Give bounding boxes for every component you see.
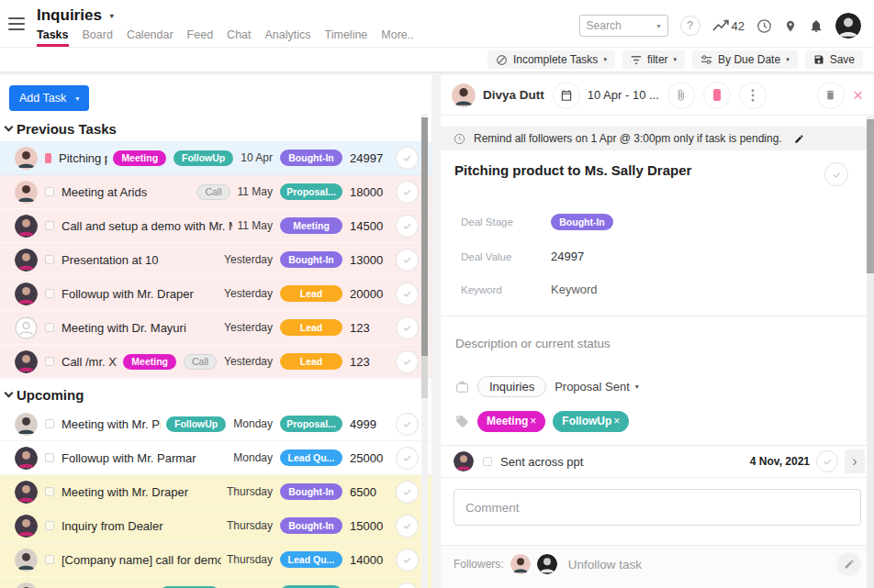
complete-task-button[interactable] (396, 215, 419, 238)
comment-input[interactable] (465, 494, 849, 521)
hamburger-menu-icon[interactable] (0, 0, 33, 48)
complete-task-button[interactable] (396, 283, 419, 305)
save-button[interactable]: Save (805, 50, 863, 69)
task-checkbox[interactable] (45, 521, 54, 530)
edit-followers-button[interactable] (837, 552, 861, 576)
complete-task-button[interactable] (396, 350, 419, 373)
keyword-value[interactable]: Keyword (551, 283, 598, 296)
more-options-button[interactable] (739, 82, 767, 109)
complete-task-button[interactable] (396, 413, 419, 436)
task-checkbox[interactable] (45, 289, 54, 298)
activity-trend-button[interactable]: 42 (712, 19, 745, 33)
task-row[interactable]: Followup with Mr. ParmarMondayLead Qu...… (0, 441, 431, 475)
remove-tag-icon[interactable]: × (530, 415, 536, 427)
due-date-range[interactable]: 10 Apr - 10 ... (588, 88, 659, 102)
follower-avatar[interactable] (537, 554, 557, 574)
task-checkbox[interactable] (45, 255, 54, 264)
complete-task-button[interactable] (396, 515, 419, 538)
sort-by-due-date-button[interactable]: By Due Date ▾ (692, 50, 798, 69)
list-scrollbar-track[interactable] (421, 114, 428, 588)
task-row[interactable]: Meeting with Mr. DraperThursdayBought-In… (0, 475, 431, 509)
tab-board[interactable]: Board (83, 28, 113, 47)
task-checkbox[interactable] (45, 323, 54, 332)
task-row[interactable]: Followup with Mr. DraperYesterdayLead200… (0, 277, 431, 311)
tab-analytics[interactable]: Analytics (265, 28, 311, 47)
help-icon[interactable]: ? (680, 16, 700, 36)
section-header[interactable]: Previous Tasks (0, 113, 431, 141)
task-row[interactable]: Pitching product to Ms. SaMeetingFollowU… (0, 141, 431, 175)
pipeline-name-chip[interactable]: Inquiries (477, 376, 546, 397)
task-row[interactable]: Call /mr. XYZMeetingCallYesterdayLead123 (0, 345, 431, 379)
search-input[interactable] (587, 19, 654, 32)
detail-scrollbar-thumb[interactable] (867, 119, 874, 273)
subtask-checkbox[interactable] (483, 457, 492, 466)
complete-task-button[interactable] (396, 181, 419, 204)
assignee-avatar[interactable] (452, 83, 476, 107)
tab-feed[interactable]: Feed (187, 28, 214, 47)
task-row[interactable]: Presentation at 10YesterdayBought-In1300… (0, 243, 431, 277)
section-header[interactable]: Upcoming (0, 379, 431, 407)
priority-flag-button[interactable] (703, 82, 731, 109)
task-checkbox[interactable] (45, 453, 54, 462)
location-pin-icon[interactable] (784, 18, 797, 34)
subtask-open-chevron[interactable]: › (845, 449, 865, 473)
complete-task-button[interactable] (396, 481, 419, 504)
task-row[interactable]: Call and setup a demo with Mr. Mukherjee… (0, 209, 431, 243)
subtask-row[interactable]: Sent across ppt 4 Nov, 2021 › (441, 445, 874, 478)
subtask-complete-button[interactable] (816, 450, 838, 472)
comment-box[interactable] (454, 489, 861, 526)
task-due-date: Monday (233, 417, 273, 430)
edit-reminder-icon[interactable] (794, 134, 804, 144)
complete-task-button[interactable] (396, 147, 419, 170)
follower-avatar[interactable] (510, 554, 531, 574)
user-avatar[interactable] (835, 13, 861, 39)
tab-calendar[interactable]: Calendar (127, 28, 174, 47)
notifications-bell-icon[interactable] (809, 18, 824, 34)
complete-task-button[interactable] (396, 316, 419, 339)
complete-task-button[interactable] (396, 549, 419, 571)
detail-tags: Meeting×FollowUp× (477, 411, 629, 432)
close-panel-icon[interactable]: × (853, 86, 863, 104)
board-title-dropdown[interactable]: Inquiries ▾ (37, 6, 414, 25)
task-row[interactable]: Inquiry from DealerThursdayBought-In1500… (0, 509, 431, 543)
add-task-button[interactable]: Add Task ▾ (9, 85, 89, 111)
task-checkbox[interactable] (45, 357, 54, 366)
task-row[interactable]: Meeting with Mr. PryceFollowUpMondayProp… (0, 407, 431, 441)
deal-stage-value-pill[interactable]: Bought-In (551, 214, 613, 230)
filter-button[interactable]: filter ▾ (622, 50, 685, 69)
task-row[interactable]: Follow up with Mr. John to fix a mFollow… (0, 577, 431, 588)
task-checkbox[interactable] (45, 487, 54, 496)
calendar-button[interactable] (553, 82, 580, 109)
task-checkbox[interactable] (45, 187, 54, 196)
description-placeholder[interactable]: Description or current status (441, 316, 874, 374)
tab-more[interactable]: More.. (381, 28, 413, 47)
detail-scrollbar-track[interactable] (867, 116, 874, 588)
tab-timeline[interactable]: Timeline (325, 28, 368, 47)
history-clock-icon[interactable] (756, 18, 772, 34)
deal-value-value[interactable]: 24997 (551, 250, 584, 263)
task-row[interactable]: Meeting at AridsCall11 MayProposal...180… (0, 175, 431, 209)
search-box[interactable]: ▾ (579, 15, 668, 37)
delete-task-button[interactable] (817, 82, 845, 109)
tab-chat[interactable]: Chat (227, 28, 251, 47)
incomplete-tasks-filter[interactable]: Incomplete Tasks ▾ (487, 50, 615, 69)
complete-task-button[interactable] (396, 582, 419, 588)
task-row[interactable]: [Company name] call for demoThursdayLead… (0, 543, 431, 577)
search-caret-icon[interactable]: ▾ (657, 22, 661, 30)
complete-task-button[interactable] (396, 447, 419, 470)
pipeline-stage-select[interactable]: Proposal Sent ▾ (555, 380, 639, 394)
remove-tag-icon[interactable]: × (613, 415, 620, 427)
task-row[interactable]: Meeting with Dr. MayuriYesterdayLead123 (0, 311, 431, 345)
assignee-name[interactable]: Divya Dutt (483, 88, 544, 102)
task-checkbox[interactable] (45, 555, 54, 564)
task-due-date: Monday (233, 451, 273, 464)
attachment-button[interactable] (667, 82, 695, 109)
calendar-icon (560, 89, 573, 102)
task-checkbox[interactable] (45, 221, 54, 230)
complete-task-button[interactable] (396, 249, 419, 272)
tab-tasks[interactable]: Tasks (37, 28, 69, 47)
task-checkbox[interactable] (45, 419, 54, 428)
complete-task-button[interactable] (824, 162, 848, 186)
unfollow-task-button[interactable]: Unfollow task (568, 558, 642, 571)
list-scrollbar-thumb[interactable] (421, 117, 428, 356)
